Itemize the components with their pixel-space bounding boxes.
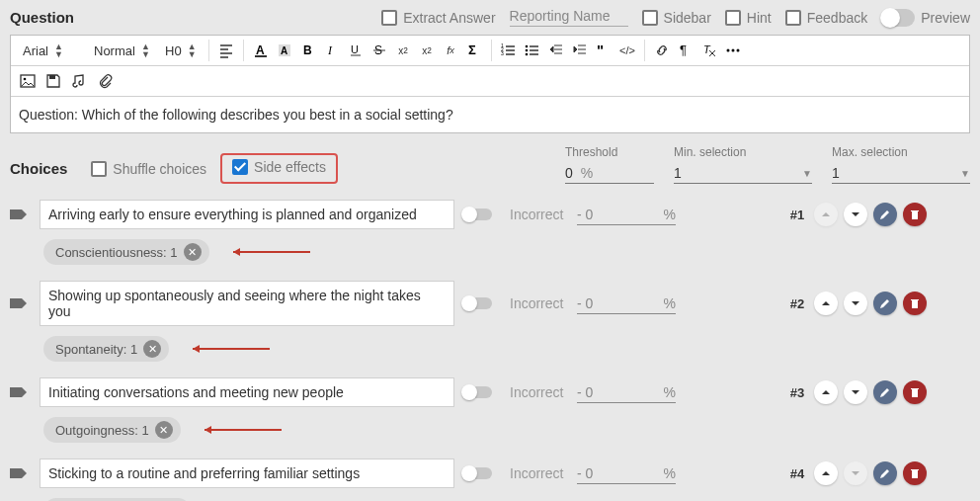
preview-toggle[interactable] — [881, 9, 915, 27]
text-color-icon[interactable]: A — [250, 40, 272, 61]
order-badge: #1 — [786, 208, 808, 222]
svg-point-23 — [732, 49, 735, 52]
chip-remove-icon[interactable]: ✕ — [155, 421, 173, 439]
move-down-button[interactable] — [844, 380, 867, 404]
annotation-arrow-icon — [223, 246, 312, 258]
code-icon[interactable]: </> — [616, 40, 638, 61]
choice-threshold-input[interactable]: - 0% — [577, 293, 676, 314]
incorrect-label: Incorrect — [510, 295, 569, 311]
link-icon[interactable] — [651, 40, 673, 61]
choice-row: Arriving early to ensure everything is p… — [10, 194, 970, 235]
svg-text:": " — [597, 42, 604, 58]
choice-text-input[interactable]: Showing up spontaneously and seeing wher… — [40, 281, 454, 326]
correct-toggle[interactable] — [462, 386, 492, 398]
side-effect-chip-label: Conscientiousness: 1 — [55, 245, 178, 260]
preview-label: Preview — [921, 10, 970, 26]
ordered-list-icon[interactable]: 123 — [498, 40, 520, 61]
choice-row: Sticking to a routine and preferring fam… — [10, 453, 970, 494]
move-up-button[interactable] — [814, 292, 838, 315]
delete-button[interactable] — [903, 380, 927, 404]
correct-toggle[interactable] — [462, 467, 492, 479]
min-selection-label: Min. selection — [674, 145, 812, 159]
music-icon[interactable] — [68, 70, 90, 92]
paragraph-format-select[interactable]: Normal▲▼ — [88, 41, 157, 60]
side-effect-chip: Spontaneity: 1 ✕ — [43, 336, 169, 362]
min-selection-select[interactable]: 1▼ — [674, 163, 812, 184]
pilcrow-icon[interactable]: ¶ — [675, 40, 696, 61]
reporting-name-input[interactable]: Reporting Name — [510, 8, 628, 27]
strikethrough-icon[interactable]: S — [368, 40, 390, 61]
question-editor: Arial▲▼ Normal▲▼ H0▲▼ A A B I U S x2 x2 … — [10, 35, 970, 133]
subscript-icon[interactable]: x2 — [392, 40, 414, 61]
edit-button[interactable] — [873, 461, 897, 485]
order-badge: #2 — [786, 296, 808, 311]
choice-text-input[interactable]: Sticking to a routine and preferring fam… — [40, 459, 454, 488]
choice-threshold-input[interactable]: - 0% — [577, 382, 676, 403]
incorrect-label: Incorrect — [510, 384, 569, 400]
attachment-icon[interactable] — [94, 70, 116, 92]
max-selection-select[interactable]: 1▼ — [832, 163, 970, 184]
svg-text:A: A — [281, 45, 287, 56]
more-icon[interactable] — [722, 40, 744, 61]
tag-icon[interactable] — [10, 466, 28, 480]
tag-icon[interactable] — [10, 296, 28, 310]
tag-icon[interactable] — [10, 208, 28, 221]
shuffle-choices-checkbox[interactable]: Shuffle choices — [91, 161, 206, 177]
extract-answer-checkbox[interactable]: Extract Answer — [381, 10, 495, 26]
indent-icon[interactable] — [569, 40, 591, 61]
choice-threshold-input[interactable]: - 0% — [577, 463, 676, 484]
edit-button[interactable] — [873, 380, 897, 404]
move-up-button[interactable] — [814, 380, 838, 404]
extract-answer-label: Extract Answer — [403, 10, 495, 26]
clear-format-icon[interactable]: T — [698, 40, 720, 61]
highlight-icon[interactable]: A — [274, 40, 295, 61]
move-down-button[interactable] — [844, 203, 867, 226]
choice-text-input[interactable]: Arriving early to ensure everything is p… — [40, 200, 454, 229]
delete-button[interactable] — [903, 461, 927, 485]
hint-checkbox[interactable]: Hint — [725, 10, 772, 26]
side-effect-chip-row: Spontaneity: 1 ✕ — [43, 336, 970, 362]
question-body-text[interactable]: Question: Which of the following describ… — [11, 97, 969, 132]
superscript-icon[interactable]: x2 — [416, 40, 438, 61]
question-section-title: Question — [10, 9, 74, 26]
svg-point-24 — [737, 49, 740, 52]
move-down-button[interactable] — [844, 292, 867, 315]
correct-toggle[interactable] — [462, 297, 492, 309]
side-effects-checkbox[interactable]: Side effects — [232, 159, 326, 175]
unordered-list-icon[interactable] — [522, 40, 543, 61]
threshold-input[interactable]: 0 % — [565, 163, 654, 184]
underline-icon[interactable]: U — [345, 40, 367, 61]
threshold-unit: % — [581, 165, 593, 181]
choice-text-input[interactable]: Initiating conversations and meeting new… — [40, 377, 454, 407]
sidebar-checkbox[interactable]: Sidebar — [642, 10, 711, 26]
italic-icon[interactable]: I — [321, 40, 343, 61]
side-effects-label: Side effects — [254, 159, 326, 175]
move-down-button — [844, 461, 867, 485]
move-up-button[interactable] — [814, 461, 838, 485]
side-effect-chip-label: Outgoingness: 1 — [55, 423, 149, 438]
tag-icon[interactable] — [10, 385, 28, 399]
chip-remove-icon[interactable]: ✕ — [184, 243, 202, 261]
heading-select[interactable]: H0▲▼ — [159, 41, 203, 60]
svg-text:¶: ¶ — [680, 42, 687, 57]
svg-rect-27 — [49, 75, 55, 79]
font-family-select[interactable]: Arial▲▼ — [17, 41, 86, 60]
svg-text:U: U — [351, 43, 359, 55]
sigma-icon[interactable]: Σ — [463, 40, 485, 61]
delete-button[interactable] — [903, 203, 927, 226]
chip-remove-icon[interactable]: ✕ — [143, 340, 161, 358]
quote-icon[interactable]: " — [593, 40, 614, 61]
edit-button[interactable] — [873, 203, 897, 226]
delete-button[interactable] — [903, 292, 927, 315]
bold-icon[interactable]: B — [297, 40, 319, 61]
image-icon[interactable] — [17, 70, 39, 92]
align-icon[interactable] — [215, 40, 237, 61]
function-icon[interactable]: fx — [440, 40, 461, 61]
save-icon[interactable] — [42, 70, 64, 92]
choice-threshold-input[interactable]: - 0% — [577, 205, 676, 225]
correct-toggle[interactable] — [462, 209, 492, 220]
feedback-checkbox[interactable]: Feedback — [785, 10, 867, 26]
outdent-icon[interactable] — [545, 40, 567, 61]
edit-button[interactable] — [873, 292, 897, 315]
side-effect-chip: Outgoingness: 1 ✕ — [43, 417, 181, 443]
